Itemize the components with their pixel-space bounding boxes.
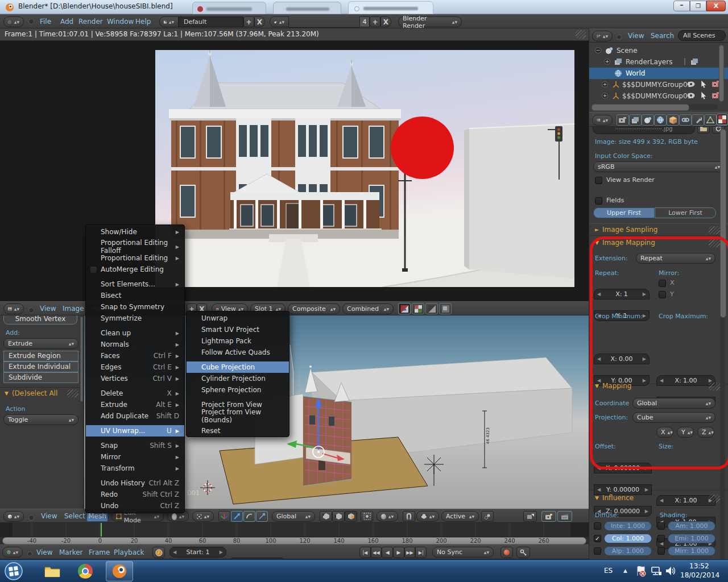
menu-item-transform[interactable]: Transform▶ [86,463,184,474]
renderlayer-toggle-icon[interactable] [690,58,698,66]
influence-emit-checkbox[interactable] [657,535,665,542]
tray-volume-icon[interactable] [665,566,677,576]
influence-ambient-checkbox[interactable] [657,522,665,530]
extension-dropdown[interactable]: Repeat▲▼ [636,253,715,264]
collapse-menus-icon[interactable] [617,35,622,40]
snap-target-dropdown[interactable]: Active▲▼ [441,511,479,522]
scene-icon-dropdown[interactable]: ▲▼ [270,16,289,27]
timeline-menu-frame[interactable]: Frame [89,548,110,556]
play-reverse-button[interactable]: ◀ [382,547,393,558]
taskbar-blender-button[interactable] [106,561,133,581]
editor-type-selector[interactable]: i ▲▼ [3,16,24,27]
menu-item-undo-history[interactable]: Undo HistoryCtrl Alt Z [86,477,184,489]
next-keyframe-button[interactable]: ▶▶ [404,547,416,558]
outliner-display-filter[interactable]: All Scenes [678,30,726,41]
smooth-vertex-button[interactable]: Smooth Vertex [3,315,77,325]
collapse-icon[interactable]: − [595,47,601,53]
influence-color-slider[interactable]: Col: 1.000 [604,534,652,543]
tab-texture-active[interactable] [717,114,728,125]
menu-item-snap-to-symmetry[interactable]: Snap to Symmetry [86,301,184,313]
taskbar-chrome-button[interactable] [73,562,98,580]
deselect-all-panel-header[interactable]: ▼(De)select All [5,389,57,397]
tray-show-hidden-icons[interactable]: ▲ [623,568,627,573]
tray-clock-time[interactable]: 13:52 [689,562,709,570]
menu-item-symmetrize[interactable]: Symmetrize [86,313,184,324]
menu-item-unwrap[interactable]: Unwrap [187,313,289,324]
opengl-render-anim-button[interactable] [557,511,572,522]
extrude-region-button[interactable]: Extrude Region [3,351,78,361]
menu-item-extrude[interactable]: ExtrudeAlt E▶ [86,399,184,410]
selectability-cursor-icon[interactable] [701,92,707,99]
record-button[interactable] [500,547,513,558]
menu-item-faces[interactable]: FacesCtrl F▶ [86,350,184,361]
menu-window[interactable]: Window [107,18,134,26]
image-mapping-panel-header[interactable]: ▼Image Mapping [589,236,728,247]
pivot-point-dropdown[interactable]: ▲▼ [192,511,214,522]
frame-start-field[interactable]: ◀Start: 1▶ [169,547,226,558]
menu-add[interactable]: Add [60,18,73,26]
close-button[interactable]: X [706,1,726,11]
preview-range-button[interactable] [152,547,165,558]
menu-item-clean-up[interactable]: Clean up▶ [86,327,184,339]
toolshelf-scrollbar[interactable] [80,317,83,402]
collapse-menus-icon[interactable] [28,19,34,24]
menu-item-normals[interactable]: Normals▶ [86,339,184,350]
tab-object-data[interactable] [704,114,717,126]
view3d-editor-type-selector[interactable]: ▲▼ [3,511,24,522]
mirror-x-checkbox[interactable] [659,280,666,287]
menu-item-add-duplicate[interactable]: Add DuplicateShift D [86,410,184,422]
image-sampling-panel[interactable]: ►Image Sampling [589,223,728,236]
menu-item-sort-elements[interactable]: Sort Elements...▶ [86,278,184,290]
outliner-row-dummy-group-2[interactable]: + $$$DUMMY.Group01. [589,90,728,102]
outliner-editor-type-selector[interactable]: ▲▼ [592,31,613,41]
influence-color-checkbox[interactable]: ✓ [594,535,601,542]
current-frame-playhead[interactable] [101,523,102,537]
timeline-ruler[interactable] [0,523,589,537]
sync-mode-dropdown[interactable]: No Sync▲▼ [432,547,494,558]
occlude-geometry-button[interactable] [361,511,373,522]
tab-world[interactable] [654,114,667,126]
tray-network-icon[interactable] [651,567,662,576]
color-space-dropdown[interactable]: sRGB▲▼ [593,161,725,172]
extrude-individual-button[interactable]: Extrude Individual [3,361,78,372]
timeline-menu-marker[interactable]: Marker [59,548,82,556]
menu-item-undo[interactable]: UndoCtrl Z [86,500,184,512]
open-image-button[interactable] [697,127,710,134]
axis-z-dropdown[interactable]: Z▲▼ [697,427,714,438]
collapse-menus-icon[interactable] [28,307,34,313]
menu-file[interactable]: File [40,18,51,26]
timeline-scrollbar[interactable]: -40 -20 0 20 40 60 80 100 120 140 160 18… [0,537,589,544]
expand-icon[interactable]: + [602,81,608,88]
axis-y-dropdown[interactable]: Y▲▼ [677,427,694,438]
menu-item-bisect[interactable]: Bisect [86,290,184,301]
menu-item-proportional-editing[interactable]: Proportional Editing▶ [86,252,184,264]
keying-set-button[interactable] [516,547,530,558]
snap-toggle-button[interactable] [403,511,415,522]
outliner-row-dummy-group-1[interactable]: + $$$DUMMY.Group01 [589,79,728,90]
start-button[interactable] [3,562,24,581]
titlebar[interactable]: Blender* [D:\Blender\House\houseSIBI.ble… [0,0,728,14]
menu-item-automerge-editing[interactable]: AutoMerge Editing [86,264,184,275]
outliner-row-renderlayers[interactable]: + RenderLayers | [589,56,728,68]
crop-min-x-field[interactable]: ◀X: 0.00▶ [594,354,650,364]
menu-item-lightmap-pack[interactable]: Lightmap Pack [187,335,289,347]
extrude-dropdown[interactable]: Extrude▲▼ [3,338,78,349]
draw-channel-color-alpha-button[interactable] [398,303,411,314]
mapping-panel-header[interactable]: ▼Mapping [589,379,728,390]
tray-clock-date[interactable]: 18/02/2014 [680,571,719,579]
draw-channel-alpha-button[interactable] [425,303,438,314]
properties-scroll-channel[interactable] [720,129,725,559]
manipulator-scale-button[interactable] [256,511,268,522]
jump-to-end-button[interactable]: ▶| [415,547,427,558]
menu-item-vertices[interactable]: VerticesCtrl V▶ [86,373,184,384]
render-pass-dropdown[interactable]: Combined▲▼ [342,304,394,314]
expand-icon[interactable]: + [604,59,610,65]
scene-users-count[interactable]: 4 [359,16,370,27]
menu-item-delete[interactable]: DeleteX▶ [86,388,184,399]
menu-item-follow-active-quads[interactable]: Follow Active Quads [187,347,289,358]
menu-item-smart-uv-project[interactable]: Smart UV Project [187,324,289,335]
draw-channel-z-button[interactable] [439,303,452,314]
offset-x-field[interactable]: ◀X: 0.00000▶ [594,463,652,473]
proportional-edit-dropdown[interactable]: ▲▼ [377,511,398,522]
menu-render[interactable]: Render [78,18,103,26]
